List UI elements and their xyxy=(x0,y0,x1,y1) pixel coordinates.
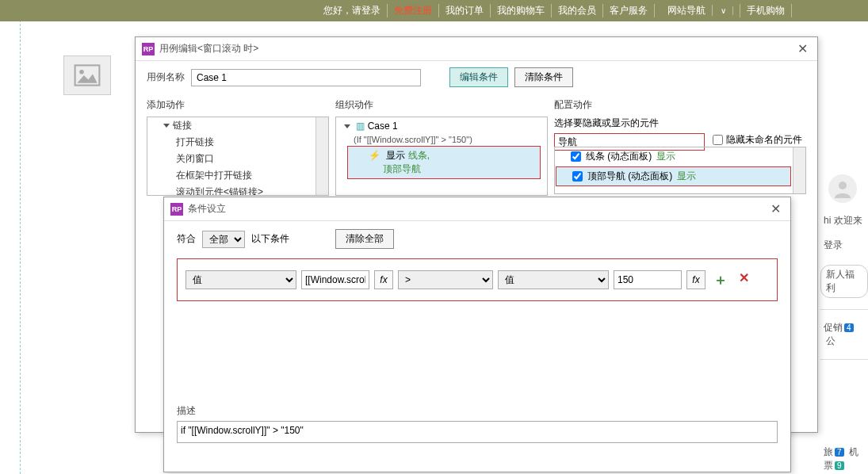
fx-button[interactable]: fx xyxy=(374,270,393,289)
dialog-title: 条件设立 xyxy=(188,202,767,216)
close-icon[interactable]: ✕ xyxy=(794,41,811,56)
hide-unnamed-label: 隐藏未命名的元件 xyxy=(726,133,802,147)
fx-button[interactable]: fx xyxy=(686,270,705,289)
right-sidebar-fragment: hi 欢迎来 登录 新人福利 促销4 公 旅7 机票9 xyxy=(820,174,868,472)
dialog-title: 用例编辑<窗口滚动 时> xyxy=(159,42,794,55)
description-textarea[interactable]: if "[[Window.scrollY]]" > "150" xyxy=(177,421,778,443)
promo-link[interactable]: 促销4 公 xyxy=(820,321,868,348)
svg-point-1 xyxy=(79,70,84,75)
right-type-select[interactable]: 值 xyxy=(498,270,609,289)
tree-scroll-to[interactable]: 滚动到元件<锚链接> xyxy=(147,184,328,196)
configure-action-heading: 配置动作 xyxy=(554,98,806,112)
welfare-button[interactable]: 新人福利 xyxy=(820,265,868,298)
tree-open-in-frame[interactable]: 在框架中打开链接 xyxy=(147,167,328,184)
widget-checkbox[interactable] xyxy=(571,151,581,162)
select-widgets-label: 选择要隐藏或显示的元件 xyxy=(554,117,806,130)
nav-mobile[interactable]: 手机购物 xyxy=(740,4,792,17)
image-placeholder xyxy=(63,55,111,95)
delete-condition-icon[interactable]: ✕ xyxy=(736,270,752,285)
category-links[interactable]: 旅7 机票9 xyxy=(820,445,868,472)
operator-select[interactable]: > xyxy=(398,270,493,289)
avatar xyxy=(828,174,857,203)
site-header: 您好，请登录 免费注册 我的订单 我的购物车 我的会员 客户服务 网站导航∨ 手… xyxy=(0,0,868,21)
widget-list[interactable]: 线条 (动态面板) 显示 顶部导航 (动态面板) 显示 xyxy=(554,147,806,194)
tree-open-link[interactable]: 打开链接 xyxy=(147,134,328,151)
widget-checkbox[interactable] xyxy=(572,171,583,182)
clear-condition-button[interactable]: 清除条件 xyxy=(514,67,573,87)
nav-sitenav[interactable]: 网站导航∨ xyxy=(655,4,740,17)
svg-point-2 xyxy=(839,182,847,189)
list-item[interactable]: 顶部导航 (动态面板) 显示 xyxy=(556,166,791,186)
match-mode-select[interactable]: 全部 xyxy=(202,231,245,248)
nav-member[interactable]: 我的会员 xyxy=(552,4,603,17)
list-item[interactable]: 线条 (动态面板) 显示 xyxy=(555,147,805,166)
nav-cart[interactable]: 我的购物车 xyxy=(491,4,552,17)
match-label: 符合 xyxy=(177,232,196,246)
close-icon[interactable]: ✕ xyxy=(767,201,784,216)
nav-register[interactable]: 免费注册 xyxy=(388,4,439,17)
edit-condition-button[interactable]: 编辑条件 xyxy=(449,67,508,87)
organize-action-heading: 组织动作 xyxy=(335,98,548,112)
condition-row: 值 fx > 值 fx ＋ ✕ xyxy=(177,258,778,301)
bolt-icon: ⚡ xyxy=(369,150,380,161)
case-name-label: 用例名称 xyxy=(147,71,185,84)
match-suffix-label: 以下条件 xyxy=(251,232,289,246)
left-type-select[interactable]: 值 xyxy=(185,270,296,289)
clear-all-button[interactable]: 清除全部 xyxy=(335,229,394,249)
case-name-input[interactable] xyxy=(191,69,421,86)
add-condition-icon[interactable]: ＋ xyxy=(710,270,731,289)
rp-app-icon: RP xyxy=(142,43,155,55)
left-value-input[interactable] xyxy=(301,270,369,289)
right-value-input[interactable] xyxy=(614,270,682,289)
condition-builder-dialog: RP 条件设立 ✕ 符合 全部 以下条件 清除全部 值 fx > 值 fx ＋ … xyxy=(163,197,791,472)
action-row[interactable]: ⚡ 显示 线条, 顶部导航 xyxy=(347,146,541,179)
hide-unnamed-checkbox[interactable] xyxy=(713,135,723,145)
nav-service[interactable]: 客户服务 xyxy=(603,4,655,17)
add-action-heading: 添加动作 xyxy=(147,98,329,112)
rp-app-icon: RP xyxy=(170,203,183,216)
case-node[interactable]: ▥ Case 1 xyxy=(336,117,547,135)
scrollbar[interactable] xyxy=(315,117,328,195)
scrollbar[interactable] xyxy=(793,147,805,193)
nav-login[interactable]: 您好，请登录 xyxy=(317,4,388,17)
action-tree[interactable]: 链接 打开链接 关闭窗口 在框架中打开链接 滚动到元件<锚链接> xyxy=(147,117,329,196)
greeting-text: hi 欢迎来 xyxy=(820,214,868,227)
tree-close-window[interactable]: 关闭窗口 xyxy=(147,151,328,167)
case-condition-text: (If "[[Window.scrollY]]" > "150") xyxy=(336,135,547,144)
case-structure-panel: ▥ Case 1 (If "[[Window.scrollY]]" > "150… xyxy=(335,117,548,196)
description-label: 描述 xyxy=(177,404,778,418)
nav-orders[interactable]: 我的订单 xyxy=(439,4,491,17)
login-link[interactable]: 登录 xyxy=(820,239,868,252)
